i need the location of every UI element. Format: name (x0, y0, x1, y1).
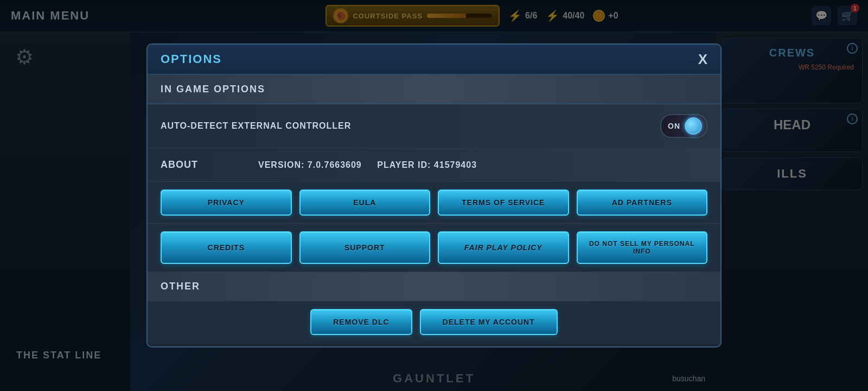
about-row: ABOUT VERSION: 7.0.7663609 PLAYER ID: 41… (148, 148, 720, 182)
support-button[interactable]: SUPPORT (299, 231, 431, 264)
in-game-options-label: IN GAME OPTIONS (161, 84, 265, 94)
about-label: ABOUT (161, 159, 258, 171)
version-text: VERSION: 7.0.7663609 (258, 160, 362, 169)
privacy-button[interactable]: PRIVACY (161, 190, 292, 216)
ad-partners-button[interactable]: AD PARTNERS (577, 190, 708, 216)
fair-play-button[interactable]: Fair Play Policy (438, 231, 569, 264)
modal-overlay: OPTIONS X IN GAME OPTIONS AUTO-DETECT EX… (0, 0, 868, 391)
modal-header: OPTIONS X (148, 45, 720, 75)
bottom-buttons-row: REMOVE DLC DELETE MY ACCOUNT (148, 301, 720, 343)
credits-button[interactable]: CREDITS (161, 231, 292, 264)
toggle-on-text: ON (668, 122, 680, 130)
delete-account-button[interactable]: DELETE MY ACCOUNT (420, 309, 558, 335)
other-section-label: OTHER (161, 281, 200, 292)
do-not-sell-button[interactable]: Do Not Sell My Personal Info (577, 231, 708, 264)
options-modal: OPTIONS X IN GAME OPTIONS AUTO-DETECT EX… (146, 43, 722, 348)
buttons-row-1: PRIVACY EULA TERMS OF SERVICE AD PARTNER… (148, 182, 720, 224)
player-id-text: PLAYER ID: 41579403 (377, 160, 477, 169)
about-info: VERSION: 7.0.7663609 PLAYER ID: 41579403 (258, 160, 477, 170)
modal-title: OPTIONS (161, 52, 222, 66)
terms-button[interactable]: TERMS OF SERVICE (438, 190, 569, 216)
buttons-row-2: CREDITS SUPPORT Fair Play Policy Do Not … (148, 224, 720, 272)
other-section-header: OTHER (148, 272, 720, 301)
auto-detect-label: AUTO-DETECT EXTERNAL CONTROLLER (161, 121, 351, 131)
auto-detect-row: AUTO-DETECT EXTERNAL CONTROLLER ON (148, 104, 720, 148)
toggle-switch[interactable]: ON (660, 114, 707, 138)
close-button[interactable]: X (698, 52, 707, 66)
toggle-circle (685, 117, 702, 135)
in-game-options-header: IN GAME OPTIONS (148, 75, 720, 104)
remove-dlc-button[interactable]: REMOVE DLC (310, 309, 412, 335)
eula-button[interactable]: EULA (299, 190, 431, 216)
